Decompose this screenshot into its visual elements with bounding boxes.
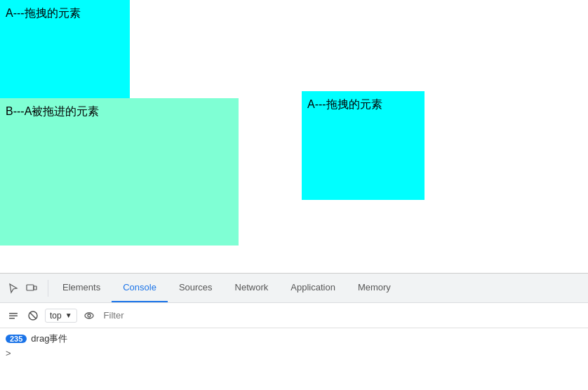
svg-rect-3	[9, 315, 18, 316]
svg-point-7	[85, 313, 93, 318]
box-b-label: B---A被拖进的元素	[6, 104, 99, 119]
tab-application[interactable]: Application	[279, 274, 347, 302]
svg-rect-4	[9, 318, 15, 319]
svg-rect-1	[34, 286, 36, 290]
console-clear-icon[interactable]	[6, 308, 21, 323]
console-count-badge: 235	[6, 335, 27, 343]
tab-network[interactable]: Network	[224, 274, 280, 302]
devtools-icons-left	[0, 281, 45, 296]
top-label: top	[50, 311, 62, 321]
device-toggle-icon[interactable]	[24, 281, 39, 296]
box-a-right-label: A---拖拽的元素	[307, 97, 382, 112]
console-output: 235 drag事件 >	[0, 328, 588, 363]
console-arrow[interactable]: >	[0, 347, 588, 360]
console-log-line: 235 drag事件	[0, 331, 588, 347]
inspect-icon[interactable]	[6, 281, 21, 296]
devtools-tabs: Elements Console Sources Network Applica…	[51, 274, 402, 302]
eye-icon[interactable]	[81, 308, 97, 323]
console-toolbar: top ▼	[0, 303, 588, 328]
svg-line-6	[30, 312, 36, 318]
devtools-bar: Elements Console Sources Network Applica…	[0, 274, 588, 303]
tab-elements[interactable]: Elements	[51, 274, 112, 302]
box-a-left[interactable]: A---拖拽的元素	[0, 0, 130, 98]
svg-rect-0	[27, 285, 34, 290]
console-message: drag事件	[31, 332, 67, 345]
box-a-left-label: A---拖拽的元素	[6, 6, 81, 21]
tab-sources[interactable]: Sources	[168, 274, 224, 302]
top-dropdown-arrow: ▼	[65, 311, 72, 319]
box-b[interactable]: B---A被拖进的元素	[0, 98, 239, 246]
tab-memory[interactable]: Memory	[347, 274, 402, 302]
tab-console[interactable]: Console	[112, 274, 168, 302]
main-content: A---拖拽的元素 B---A被拖进的元素 A---拖拽的元素	[0, 0, 588, 274]
top-selector[interactable]: top ▼	[45, 309, 77, 323]
console-block-icon[interactable]	[25, 308, 41, 323]
box-a-right[interactable]: A---拖拽的元素	[302, 91, 425, 200]
svg-point-8	[88, 314, 91, 317]
tab-divider	[48, 280, 48, 297]
filter-input[interactable]	[101, 309, 582, 322]
svg-rect-2	[9, 313, 18, 314]
